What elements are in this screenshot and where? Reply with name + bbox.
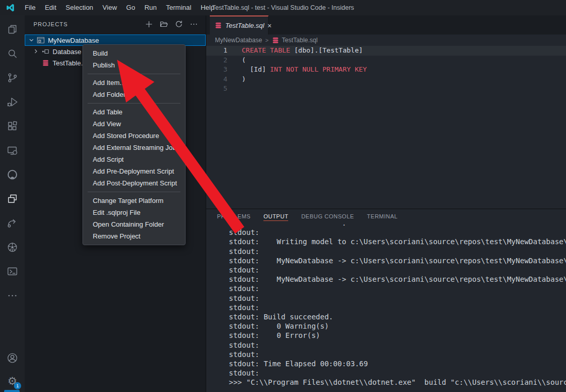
breadcrumb-item-mynewdatabase[interactable]: MyNewDatabase: [215, 37, 262, 44]
output-line: stdout: 0 Error(s): [229, 331, 566, 340]
close-icon[interactable]: ×: [268, 22, 272, 29]
output-line: stdout:: [229, 247, 566, 256]
extensions-icon[interactable]: [6, 120, 19, 133]
open-folder-icon[interactable]: [159, 20, 169, 29]
output-line: stdout:: [229, 340, 566, 350]
tab-label: TestTable.sql: [225, 22, 264, 29]
menubar-item-edit[interactable]: Edit: [40, 0, 61, 15]
settings-gear-icon[interactable]: ⚙1: [6, 374, 19, 388]
context-menu-item-publish[interactable]: Publish: [83, 59, 185, 71]
settings-badge: 1: [14, 382, 21, 389]
activity-bar: [0, 15, 25, 392]
menubar-item-terminal[interactable]: Terminal: [161, 0, 196, 15]
chevron-spacer: [32, 59, 40, 67]
kubernetes-icon[interactable]: [6, 241, 19, 254]
editor-group: TestTable.sql × MyNewDatabase>TestTable.…: [206, 15, 566, 392]
reference-icon: [41, 47, 49, 56]
explorer-icon[interactable]: [6, 23, 19, 36]
project-context-menu: BuildPublishAdd Item...Add FolderAdd Tab…: [82, 44, 186, 245]
breadcrumb-item-testtable-sql[interactable]: TestTable.sql: [272, 37, 318, 44]
output-line: stdout: 0 Warning(s): [229, 321, 566, 331]
breadcrumb-separator: >: [265, 37, 268, 43]
menubar-item-go[interactable]: Go: [122, 0, 140, 15]
database-projects-icon[interactable]: [6, 192, 19, 206]
context-menu-item-edit-sqlproj-file[interactable]: Edit .sqlproj File: [83, 207, 185, 218]
code-line-2: 2(: [206, 56, 566, 65]
output-console[interactable]: ‾‾ ‾‾ . ‾stdout:stdout: Writing model to…: [206, 224, 566, 392]
share-arrow-icon[interactable]: [6, 216, 19, 230]
panel-tab-bar: PROBLEMSOUTPUTDEBUG CONSOLETERMINAL: [206, 209, 566, 224]
code-token: ): [242, 75, 246, 83]
bottom-blue-indicator: [4, 390, 20, 392]
output-line: >>> "C:\\Program Files\\dotnet\\dotnet.e…: [229, 378, 566, 387]
refresh-icon[interactable]: [174, 20, 184, 29]
search-icon[interactable]: [6, 47, 19, 60]
sidebar-actions: [144, 20, 198, 29]
output-line: stdout: MyNewDatabase -> c:\Users\scoria…: [229, 256, 566, 265]
code-text: CREATE TABLE [dbo].[TestTable]: [230, 46, 363, 56]
line-number: 2: [206, 56, 230, 65]
context-menu-item-add-folder[interactable]: Add Folder: [83, 89, 185, 100]
chevron-down-icon[interactable]: [27, 36, 36, 44]
code-text: ): [230, 75, 246, 84]
breadcrumb-label: MyNewDatabase: [215, 37, 262, 44]
context-menu-item-add-table[interactable]: Add Table: [83, 106, 185, 118]
code-text: [Id] INT NOT NULL PRIMARY KEY: [230, 65, 367, 75]
add-project-icon[interactable]: [144, 20, 154, 29]
menubar-item-run[interactable]: Run: [140, 0, 161, 15]
context-menu-item-add-post-deployment-script[interactable]: Add Post-Deployment Script: [83, 177, 185, 189]
output-line: stdout: Time Elapsed 00:00:03.69: [229, 359, 566, 368]
panel-tab-problems[interactable]: PROBLEMS: [217, 212, 251, 221]
code-token: (: [242, 56, 246, 64]
more-views-icon[interactable]: [6, 289, 19, 302]
code-line-5: 5: [206, 84, 566, 94]
tab-testtable-sql[interactable]: TestTable.sql ×: [210, 15, 269, 35]
menubar-item-view[interactable]: View: [98, 0, 122, 15]
database-file-icon: [214, 22, 222, 30]
breadcrumb: MyNewDatabase>TestTable.sql: [206, 35, 566, 46]
context-menu-separator: [88, 192, 180, 192]
context-menu-item-build[interactable]: Build: [83, 47, 185, 59]
output-line: stdout: MyNewDatabase -> c:\Users\scoria…: [229, 275, 566, 284]
context-menu-item-add-item[interactable]: Add Item...: [83, 77, 185, 89]
sidebar-title: PROJECTS: [34, 21, 68, 27]
context-menu-item-add-stored-procedure[interactable]: Add Stored Procedure: [83, 130, 185, 142]
breadcrumb-label: TestTable.sql: [282, 37, 318, 44]
panel-tab-terminal[interactable]: TERMINAL: [367, 212, 398, 221]
code-token: [dbo].[TestTable]: [294, 46, 363, 54]
panel-tab-output[interactable]: OUTPUT: [263, 212, 288, 221]
run-debug-icon[interactable]: [6, 95, 19, 109]
source-control-icon[interactable]: [6, 71, 19, 84]
line-number: 4: [206, 75, 230, 84]
context-menu-item-add-external-streaming-job[interactable]: Add External Streaming Job: [83, 142, 185, 154]
output-line: stdout:: [229, 294, 566, 303]
output-line: stdout: Build succeeded.: [229, 312, 566, 321]
menubar-item-file[interactable]: File: [20, 0, 40, 15]
powershell-icon[interactable]: [6, 265, 19, 278]
vscode-insiders-logo-icon: [6, 3, 15, 12]
database-file-icon: [272, 37, 279, 44]
context-menu-item-remove-project[interactable]: Remove Project: [83, 230, 185, 242]
output-line: stdout:: [229, 284, 566, 293]
line-number: 5: [206, 84, 230, 94]
project-icon: [37, 36, 45, 44]
remote-explorer-icon[interactable]: [6, 144, 19, 157]
context-menu-item-add-view[interactable]: Add View: [83, 118, 185, 130]
more-actions-icon[interactable]: [189, 20, 198, 29]
context-menu-item-add-pre-deployment-script[interactable]: Add Pre-Deployment Script: [83, 165, 185, 177]
context-menu-item-open-containing-folder[interactable]: Open Containing Folder: [83, 218, 185, 230]
output-line: stdout:: [229, 368, 566, 378]
context-menu-item-change-target-platform[interactable]: Change Target Platform: [83, 195, 185, 207]
panel-tab-debug-console[interactable]: DEBUG CONSOLE: [301, 212, 354, 221]
context-menu-item-add-script[interactable]: Add Script: [83, 154, 185, 165]
chevron-right-icon[interactable]: [32, 47, 40, 56]
bottom-panel: PROBLEMSOUTPUTDEBUG CONSOLETERMINAL ‾‾ ‾…: [206, 209, 566, 392]
account-icon[interactable]: [6, 351, 19, 365]
menubar-item-help[interactable]: Help: [196, 0, 219, 15]
activity-bar-bottom: ⚙1: [0, 351, 25, 388]
code-text: [230, 84, 242, 94]
code-editor[interactable]: 1CREATE TABLE [dbo].[TestTable]2(3 [Id] …: [206, 46, 566, 209]
github-icon[interactable]: [6, 168, 19, 181]
tree-item-label: MyNewDatabase: [48, 37, 99, 44]
menubar-item-selection[interactable]: Selection: [61, 0, 97, 15]
